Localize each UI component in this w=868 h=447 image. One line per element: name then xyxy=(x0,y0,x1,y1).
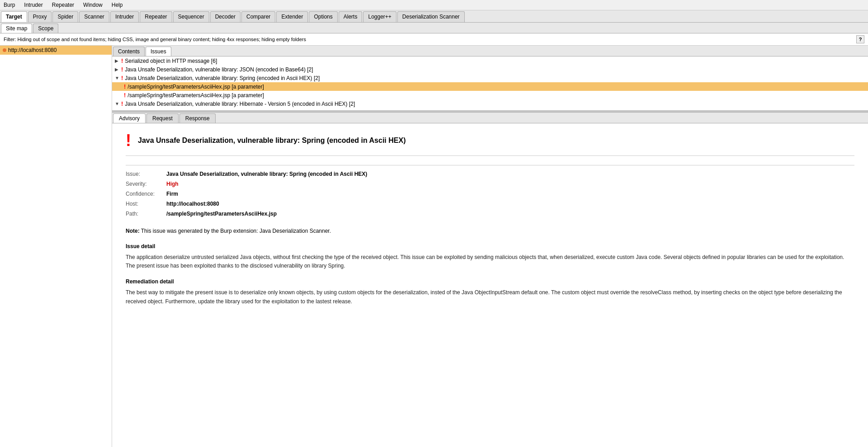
issue-value: Java Unsafe Deserialization, vulnerable … xyxy=(166,170,367,178)
tab-extender[interactable]: Extender xyxy=(276,11,308,22)
menu-burp[interactable]: Burp xyxy=(2,1,17,9)
menu-window[interactable]: Window xyxy=(81,1,104,9)
right-panel: Contents Issues ▶ ! Serialized object in… xyxy=(112,46,868,447)
tree-arrow-0: ▶ xyxy=(115,58,119,63)
tree-bullet-4: ! xyxy=(124,92,126,99)
remediation-heading: Remediation detail xyxy=(126,278,854,286)
info-table: Issue: Java Unsafe Deserialization, vuln… xyxy=(126,165,854,218)
tab-site-map[interactable]: Site map xyxy=(1,24,32,33)
info-row-path: Path: /sampleSpring/testParametersAsciiH… xyxy=(126,210,854,218)
filter-help-button[interactable]: ? xyxy=(856,35,864,43)
severity-label: Severity: xyxy=(126,180,166,188)
tab-advisory[interactable]: Advisory xyxy=(113,113,146,123)
sidebar: http://localhost:8080 xyxy=(0,46,112,447)
tab-request[interactable]: Request xyxy=(146,113,179,123)
severity-icon: ! xyxy=(126,132,131,149)
info-row-issue: Issue: Java Unsafe Deserialization, vuln… xyxy=(126,170,854,178)
note-text: This issue was generated by the Burp ext… xyxy=(140,228,331,234)
note-prefix: Note: xyxy=(126,228,140,234)
tree-item-json[interactable]: ▶ ! Java Unsafe Deserialization, vulnera… xyxy=(112,65,868,74)
filter-text: Filter: Hiding out of scope and not foun… xyxy=(4,37,306,42)
menu-help[interactable]: Help xyxy=(110,1,125,9)
tree-bullet-5: ! xyxy=(121,100,123,107)
tab-scanner[interactable]: Scanner xyxy=(79,11,109,22)
advisory-title: Java Unsafe Deserialization, vulnerable … xyxy=(138,135,406,146)
tree-bullet-3: ! xyxy=(124,83,126,90)
host-label: http://localhost:8080 xyxy=(8,47,57,53)
tree-item-hibernate[interactable]: ▼ ! Java Unsafe Deserialization, vulnera… xyxy=(112,99,868,108)
tree-item-spring-child-2[interactable]: ! /sampleSpring/testParametersAsciiHex.j… xyxy=(112,91,868,99)
contents-issues-tabs: Contents Issues xyxy=(112,46,868,56)
tab-response[interactable]: Response xyxy=(179,113,216,123)
tree-label-2: Java Unsafe Deserialization, vulnerable … xyxy=(125,75,320,81)
info-row-severity: Severity: High xyxy=(126,180,854,188)
tree-item-serialized[interactable]: ▶ ! Serialized object in HTTP message [6… xyxy=(112,56,868,65)
tab-scope[interactable]: Scope xyxy=(33,24,58,33)
secondary-tab-bar: Site map Scope xyxy=(0,23,868,33)
tree-label-3: /sampleSpring/testParametersAsciiHex.jsp… xyxy=(127,84,264,90)
advisory-header: ! Java Unsafe Deserialization, vulnerabl… xyxy=(126,132,854,156)
issue-label: Issue: xyxy=(126,170,166,178)
tree-arrow-2: ▼ xyxy=(115,75,119,80)
section-note: Note: This issue was generated by the Bu… xyxy=(126,227,854,235)
tree-label-0: Serialized object in HTTP message [6] xyxy=(125,58,217,64)
tab-options[interactable]: Options xyxy=(309,11,337,22)
advisory-content: ! Java Unsafe Deserialization, vulnerabl… xyxy=(112,123,868,322)
info-row-host: Host: http://localhost:8080 xyxy=(126,200,854,208)
tab-alerts[interactable]: Alerts xyxy=(339,11,363,22)
tab-deserialization-scanner[interactable]: Deserialization Scanner xyxy=(397,11,465,22)
menu-intruder[interactable]: Intruder xyxy=(22,1,44,9)
tab-sequencer[interactable]: Sequencer xyxy=(173,11,209,22)
menu-bar: Burp Intruder Repeater Window Help xyxy=(0,0,868,10)
tree-label-1: Java Unsafe Deserialization, vulnerable … xyxy=(125,66,313,73)
issue-detail-text: The application deserialize untrusted se… xyxy=(126,253,854,270)
tree-arrow-1: ▶ xyxy=(115,67,119,72)
tab-proxy[interactable]: Proxy xyxy=(28,11,52,22)
remediation-text: The best way to mitigate the present iss… xyxy=(126,288,854,306)
tree-item-spring-child-1[interactable]: ! /sampleSpring/testParametersAsciiHex.j… xyxy=(112,82,868,91)
issue-detail-heading: Issue detail xyxy=(126,242,854,250)
tree-arrow-5: ▼ xyxy=(115,101,119,106)
advisory-tabs: Advisory Request Response xyxy=(112,113,868,123)
tab-comparer[interactable]: Comparer xyxy=(241,11,275,22)
severity-value: High xyxy=(166,180,179,188)
tab-decoder[interactable]: Decoder xyxy=(210,11,241,22)
tree-label-4: /sampleSpring/testParametersAsciiHex.jsp… xyxy=(127,92,264,99)
path-label: Path: xyxy=(126,210,166,218)
filter-bar: Filter: Hiding out of scope and not foun… xyxy=(0,33,868,46)
main-tab-bar: Target Proxy Spider Scanner Intruder Rep… xyxy=(0,10,868,23)
host-item[interactable]: http://localhost:8080 xyxy=(0,46,112,55)
tab-loggerpp[interactable]: Logger++ xyxy=(363,11,396,22)
menu-repeater[interactable]: Repeater xyxy=(50,1,76,9)
tree-bullet-1: ! xyxy=(121,66,123,73)
issues-tree: ▶ ! Serialized object in HTTP message [6… xyxy=(112,56,868,111)
confidence-label: Confidence: xyxy=(126,190,166,198)
host-status-dot xyxy=(3,48,6,52)
tab-intruder[interactable]: Intruder xyxy=(110,11,139,22)
tab-target[interactable]: Target xyxy=(1,11,27,22)
host-info-label: Host: xyxy=(126,200,166,208)
tree-item-spring-parent[interactable]: ▼ ! Java Unsafe Deserialization, vulnera… xyxy=(112,74,868,82)
tab-contents[interactable]: Contents xyxy=(113,47,145,56)
tree-label-5: Java Unsafe Deserialization, vulnerable … xyxy=(125,101,355,107)
main-content: http://localhost:8080 Contents Issues ▶ … xyxy=(0,46,868,447)
path-value: /sampleSpring/testParametersAsciiHex.jsp xyxy=(166,210,277,218)
info-row-confidence: Confidence: Firm xyxy=(126,190,854,198)
host-info-value: http://localhost:8080 xyxy=(166,200,219,208)
tree-bullet-2: ! xyxy=(121,75,123,81)
tab-spider[interactable]: Spider xyxy=(52,11,78,22)
advisory-panel: Advisory Request Response ! Java Unsafe … xyxy=(112,113,868,447)
tab-repeater[interactable]: Repeater xyxy=(140,11,172,22)
tree-bullet-0: ! xyxy=(121,57,123,64)
confidence-value: Firm xyxy=(166,190,178,198)
tab-issues[interactable]: Issues xyxy=(146,47,171,56)
